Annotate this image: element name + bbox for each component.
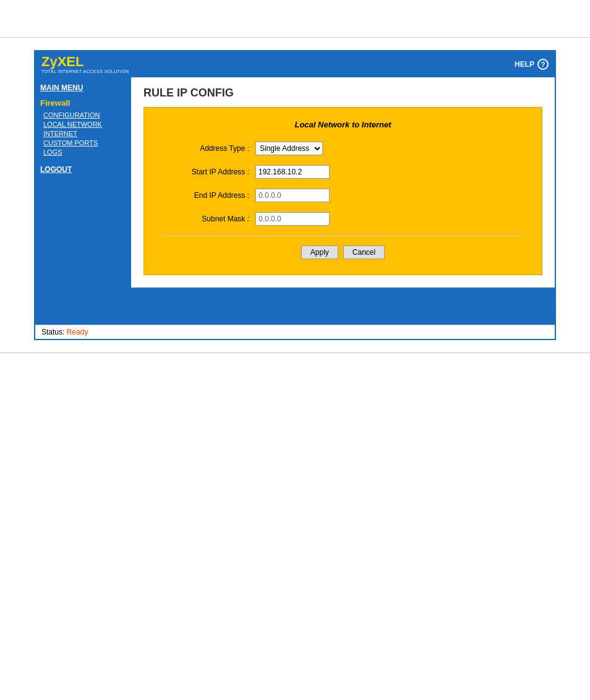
- start-ip-input[interactable]: [255, 165, 330, 179]
- sidebar-link-internet[interactable]: INTERNET: [40, 130, 126, 137]
- sidebar-section-title: Firewall: [40, 98, 126, 108]
- address-type-row: Address Type : Single Address Address Ra…: [163, 142, 523, 155]
- sidebar-link-logs[interactable]: LOGS: [40, 148, 126, 156]
- subnet-mask-input[interactable]: [255, 212, 330, 226]
- logo-area: ZyXEL TOTAL INTERNET ACCESS SOLUTION: [41, 55, 129, 74]
- address-type-label: Address Type :: [163, 144, 255, 153]
- end-ip-input[interactable]: [255, 189, 330, 202]
- subnet-mask-label: Subnet Mask :: [163, 215, 255, 223]
- form-divider: [163, 236, 523, 236]
- logo: ZyXEL: [41, 55, 129, 69]
- main-layout: MAIN MENU Firewall CONFIGURATION LOCAL N…: [35, 77, 555, 288]
- sidebar-main-menu[interactable]: MAIN MENU: [40, 83, 126, 92]
- subnet-mask-row: Subnet Mask :: [163, 212, 523, 226]
- logo-subtitle: TOTAL INTERNET ACCESS SOLUTION: [41, 69, 129, 74]
- sidebar: MAIN MENU Firewall CONFIGURATION LOCAL N…: [35, 77, 131, 288]
- logo-text: ZyXEL: [41, 54, 83, 69]
- form-buttons: Apply Cancel: [163, 245, 523, 259]
- start-ip-label: Start IP Address :: [163, 168, 255, 176]
- page-title: RULE IP CONFIG: [143, 87, 542, 100]
- status-label: Status:: [41, 328, 64, 336]
- help-label: HELP: [515, 60, 534, 69]
- address-type-select[interactable]: Single Address Address Range Subnet: [255, 142, 323, 155]
- header-bar: ZyXEL TOTAL INTERNET ACCESS SOLUTION HEL…: [35, 51, 555, 77]
- bottom-filler: [35, 288, 555, 325]
- form-panel: Local Network to Internet Address Type :…: [143, 107, 542, 275]
- start-ip-row: Start IP Address :: [163, 165, 523, 179]
- sidebar-link-configuration[interactable]: CONFIGURATION: [40, 111, 126, 119]
- sidebar-link-local-network[interactable]: LOCAL NETWORK: [40, 121, 126, 128]
- status-value: Ready: [67, 328, 88, 336]
- apply-button[interactable]: Apply: [301, 245, 338, 259]
- end-ip-label: End IP Address :: [163, 191, 255, 200]
- sidebar-logout[interactable]: LOGOUT: [40, 165, 126, 174]
- sidebar-link-custom-ports[interactable]: CUSTOM PORTS: [40, 139, 126, 147]
- status-bar: Status: Ready: [35, 325, 555, 339]
- cancel-button[interactable]: Cancel: [343, 245, 385, 259]
- content-area: RULE IP CONFIG Local Network to Internet…: [131, 77, 555, 288]
- end-ip-row: End IP Address :: [163, 189, 523, 202]
- help-icon[interactable]: ?: [537, 59, 549, 70]
- network-subtitle: Local Network to Internet: [163, 120, 523, 129]
- help-area[interactable]: HELP ?: [515, 59, 549, 70]
